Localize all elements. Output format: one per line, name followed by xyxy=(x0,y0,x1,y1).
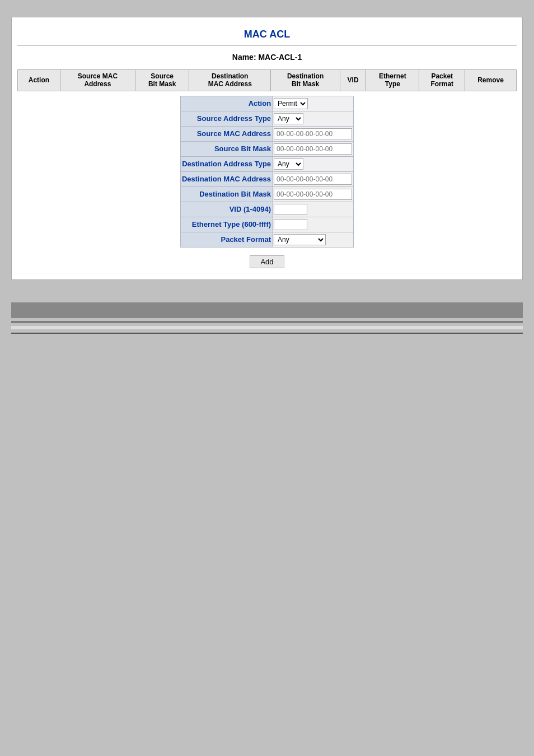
panel-title: MAC ACL xyxy=(17,29,517,40)
col-header-action: Action xyxy=(18,70,60,91)
label-packet-format: Packet Format xyxy=(180,232,272,247)
col-header-ethernet-type: EthernetType xyxy=(366,70,419,91)
bottom-divider-bottom xyxy=(11,333,523,334)
form-container: Action Permit Deny Source Address Type xyxy=(17,96,517,248)
label-action: Action xyxy=(180,96,272,111)
form-row-source-address-type: Source Address Type Any Host MAC xyxy=(180,111,353,126)
acl-header-table: Action Source MACAddress SourceBit Mask … xyxy=(17,69,517,91)
add-btn-row: Add xyxy=(17,255,517,268)
form-row-vid: VID (1-4094) xyxy=(180,202,353,217)
value-ethernet-type xyxy=(273,217,354,232)
form-table: Action Permit Deny Source Address Type xyxy=(180,96,354,248)
label-source-address-type: Source Address Type xyxy=(180,111,272,126)
label-source-mac: Source MAC Address xyxy=(180,126,272,141)
label-dest-mac: Destination MAC Address xyxy=(180,171,272,186)
form-row-dest-address-type: Destination Address Type Any Host MAC xyxy=(180,156,353,171)
label-source-bitmask: Source Bit Mask xyxy=(180,141,272,156)
value-dest-mac xyxy=(273,171,354,186)
form-row-dest-bitmask: Destination Bit Mask xyxy=(180,186,353,202)
source-address-type-select[interactable]: Any Host MAC xyxy=(274,113,303,124)
value-vid xyxy=(273,202,354,217)
label-vid: VID (1-4094) xyxy=(180,202,272,217)
value-dest-address-type: Any Host MAC xyxy=(273,156,354,171)
main-panel: MAC ACL Name: MAC-ACL-1 Action Source MA… xyxy=(11,17,523,280)
packet-format-select[interactable]: Any Ethernet II 802.3 RAW 802.3 LLC 802.… xyxy=(274,234,326,245)
source-bitmask-input[interactable] xyxy=(274,143,352,155)
value-source-mac xyxy=(273,126,354,141)
dest-bitmask-input[interactable] xyxy=(274,189,352,200)
col-header-remove: Remove xyxy=(465,70,517,91)
form-row-packet-format: Packet Format Any Ethernet II 802.3 RAW … xyxy=(180,232,353,247)
action-select[interactable]: Permit Deny xyxy=(274,98,308,109)
col-header-dest-bitmask: DestinationBit Mask xyxy=(271,70,340,91)
bottom-area xyxy=(11,302,523,337)
value-source-bitmask xyxy=(273,141,354,156)
vid-input[interactable] xyxy=(274,204,307,215)
form-row-source-bitmask: Source Bit Mask xyxy=(180,141,353,156)
label-ethernet-type: Ethernet Type (600-ffff) xyxy=(180,217,272,232)
value-dest-bitmask xyxy=(273,186,354,202)
page-wrapper: MAC ACL Name: MAC-ACL-1 Action Source MA… xyxy=(0,0,534,348)
form-row-action: Action Permit Deny xyxy=(180,96,353,111)
col-header-dest-mac: DestinationMAC Address xyxy=(189,70,271,91)
form-row-ethernet-type: Ethernet Type (600-ffff) xyxy=(180,217,353,232)
panel-name: Name: MAC-ACL-1 xyxy=(17,53,517,62)
col-header-source-bitmask: SourceBit Mask xyxy=(135,70,189,91)
bottom-divider-top xyxy=(11,321,523,323)
ethernet-type-input[interactable] xyxy=(274,219,307,230)
label-dest-bitmask: Destination Bit Mask xyxy=(180,186,272,202)
panel-divider xyxy=(17,45,517,46)
label-dest-address-type: Destination Address Type xyxy=(180,156,272,171)
form-row-source-mac: Source MAC Address xyxy=(180,126,353,141)
value-packet-format: Any Ethernet II 802.3 RAW 802.3 LLC 802.… xyxy=(273,232,354,247)
dest-mac-input[interactable] xyxy=(274,174,352,185)
value-action: Permit Deny xyxy=(273,96,354,111)
col-header-packet-format: PacketFormat xyxy=(419,70,465,91)
form-row-dest-mac: Destination MAC Address xyxy=(180,171,353,186)
col-header-vid: VID xyxy=(340,70,366,91)
source-mac-input[interactable] xyxy=(274,128,352,139)
bottom-bar-light xyxy=(11,326,523,329)
value-source-address-type: Any Host MAC xyxy=(273,111,354,126)
col-header-source-mac: Source MACAddress xyxy=(60,70,135,91)
add-button[interactable]: Add xyxy=(250,255,284,268)
bottom-bar-dark xyxy=(11,302,523,318)
dest-address-type-select[interactable]: Any Host MAC xyxy=(274,158,303,170)
